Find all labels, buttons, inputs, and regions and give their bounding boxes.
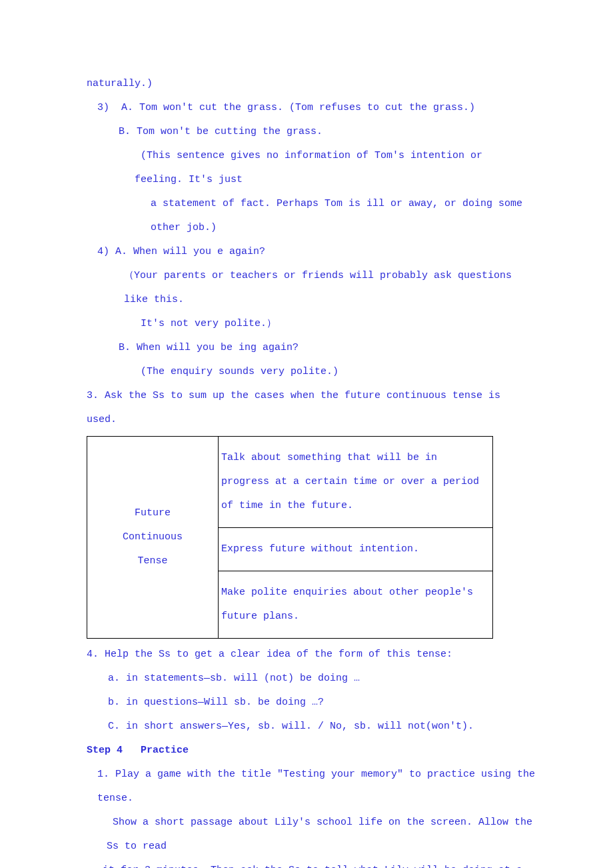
text-line: 1. Play a game with the title "Testing y…: [87, 763, 536, 811]
text-line: C. in short answers—Yes, sb. will. / No,…: [87, 715, 536, 739]
text-line: 3. Ask the Ss to sum up the cases when t…: [87, 384, 536, 432]
table-right-cell: Talk about something that will be in pro…: [219, 437, 493, 528]
text-line: B. Tom won't be cutting the grass.: [87, 120, 536, 144]
text-line: a statement of fact. Perhaps Tom is ill …: [87, 192, 536, 240]
step-heading: Step 4 Practice: [87, 739, 536, 763]
text-line: B. When will you be ing again?: [87, 336, 536, 360]
table-left-line: Continuous: [90, 525, 215, 549]
table-left-cell: Future Continuous Tense: [87, 437, 219, 639]
text-line: naturally.): [87, 72, 536, 96]
table-row: Future Continuous Tense Talk about somet…: [87, 437, 493, 528]
text-line: （Your parents or teachers or friends wil…: [87, 264, 536, 312]
text-line: it for 3 minutes. Then ask the Ss to tel…: [87, 859, 536, 868]
text-line: (This sentence gives no information of T…: [87, 144, 536, 192]
table-right-cell: Make polite enquiries about other people…: [219, 571, 493, 639]
table-right-cell: Express future without intention.: [219, 528, 493, 571]
text-line: 4. Help the Ss to get a clear idea of th…: [87, 643, 536, 667]
text-line: 4) A. When will you e again?: [87, 240, 536, 264]
text-line: a. in statements—sb. will (not) be doing…: [87, 667, 536, 691]
text-line: It's not very polite.）: [87, 312, 536, 336]
text-line: Show a short passage about Lily's school…: [87, 811, 536, 859]
document-page: naturally.) 3) A. Tom won't cut the gras…: [0, 0, 613, 868]
grammar-table: Future Continuous Tense Talk about somet…: [87, 436, 493, 639]
text-line: b. in questions—Will sb. be doing …?: [87, 691, 536, 715]
text-line: (The enquiry sounds very polite.): [87, 360, 536, 384]
table-left-line: Tense: [90, 549, 215, 573]
table-left-line: Future: [90, 501, 215, 525]
text-line: 3) A. Tom won't cut the grass. (Tom refu…: [87, 96, 536, 120]
